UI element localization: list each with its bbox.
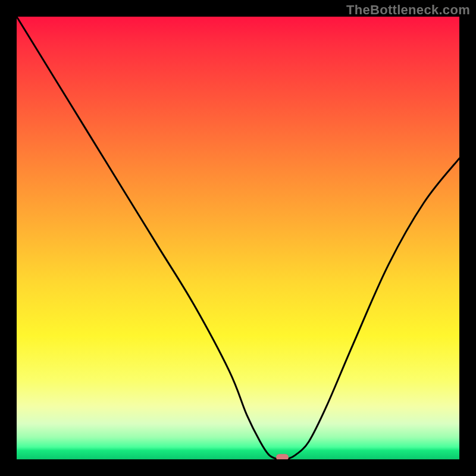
- watermark-text: TheBottleneck.com: [346, 2, 470, 18]
- plot-area: [17, 17, 459, 459]
- curve-main-path: [17, 17, 459, 459]
- min-marker: [276, 454, 289, 459]
- chart-container: TheBottleneck.com: [0, 0, 476, 476]
- curve-svg: [17, 17, 459, 459]
